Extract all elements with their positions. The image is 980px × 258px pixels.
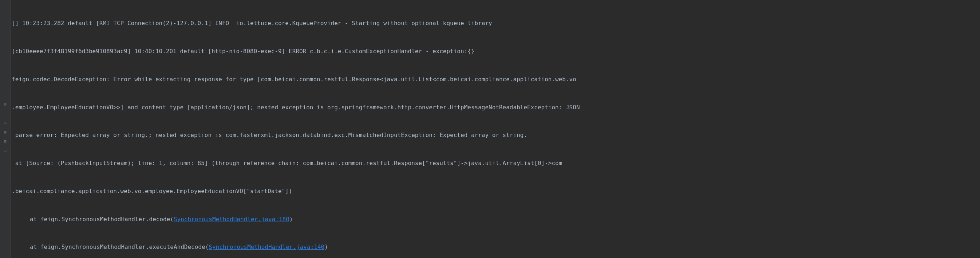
stack-trace-line: at feign.SynchronousMethodHandler.execut… bbox=[12, 242, 980, 252]
log-line: parse error: Expected array or string.; … bbox=[12, 130, 980, 140]
expand-icon[interactable]: ⊞ bbox=[3, 121, 7, 125]
log-line: at [Source: (PushbackInputStream); line:… bbox=[12, 159, 980, 168]
editor-gutter: ⊞ ⊞ ⊞ ⊞ ⊞ bbox=[0, 0, 11, 258]
log-line: [] 10:23:23.282 default [RMI TCP Connect… bbox=[12, 19, 980, 28]
stack-trace-line: at feign.SynchronousMethodHandler.decode… bbox=[12, 215, 980, 224]
expand-icon[interactable]: ⊞ bbox=[3, 149, 7, 153]
expand-icon[interactable]: ⊞ bbox=[3, 130, 7, 135]
log-line: feign.codec.DecodeException: Error while… bbox=[12, 75, 980, 84]
log-line: .beicai.compliance.application.web.vo.em… bbox=[12, 187, 980, 196]
source-link[interactable]: SynchronousMethodHandler.java:180 bbox=[173, 216, 290, 223]
log-line: [cb10eeee7f3f48199f6d3be910893ac9] 10:40… bbox=[12, 46, 980, 56]
expand-icon[interactable]: ⊞ bbox=[3, 102, 7, 106]
console-log-output: [] 10:23:23.282 default [RMI TCP Connect… bbox=[0, 0, 980, 258]
log-line: .employee.EmployeeEducationVO>>] and con… bbox=[12, 103, 980, 112]
source-link[interactable]: SynchronousMethodHandler.java:140 bbox=[208, 244, 325, 250]
expand-icon[interactable]: ⊞ bbox=[3, 139, 7, 144]
